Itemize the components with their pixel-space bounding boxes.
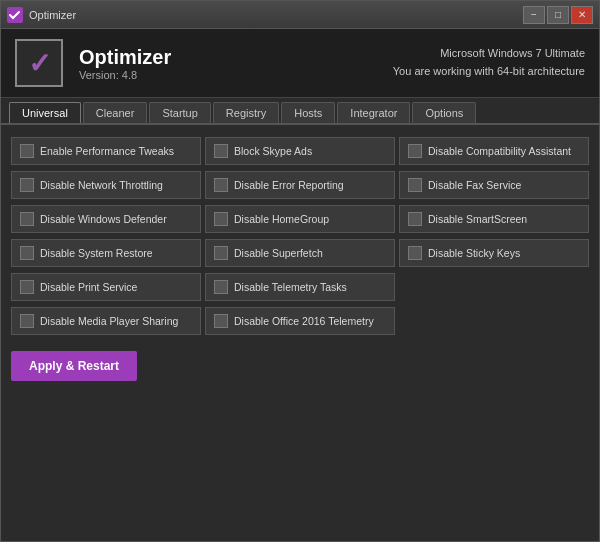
option-disable-sticky[interactable]: Disable Sticky Keys xyxy=(399,239,589,267)
close-button[interactable]: ✕ xyxy=(571,6,593,24)
checkbox-enable-performance[interactable] xyxy=(20,144,34,158)
option-disable-telemetry[interactable]: Disable Telemetry Tasks xyxy=(205,273,395,301)
option-label: Block Skype Ads xyxy=(234,145,312,158)
checkbox-disable-smartscreen[interactable] xyxy=(408,212,422,226)
option-disable-defender[interactable]: Disable Windows Defender xyxy=(11,205,201,233)
checkbox-block-skype[interactable] xyxy=(214,144,228,158)
option-block-skype[interactable]: Block Skype Ads xyxy=(205,137,395,165)
option-disable-restore[interactable]: Disable System Restore xyxy=(11,239,201,267)
option-label: Disable Fax Service xyxy=(428,179,521,192)
maximize-button[interactable]: □ xyxy=(547,6,569,24)
empty-cell-5 xyxy=(399,273,589,301)
option-label: Disable Error Reporting xyxy=(234,179,344,192)
title-bar-left: Optimizer xyxy=(7,7,76,23)
tab-hosts[interactable]: Hosts xyxy=(281,102,335,123)
checkbox-disable-office[interactable] xyxy=(214,314,228,328)
main-window: Optimizer − □ ✕ ✓ Optimizer Version: 4.8… xyxy=(0,0,600,542)
checkbox-disable-print[interactable] xyxy=(20,280,34,294)
checkbox-disable-defender[interactable] xyxy=(20,212,34,226)
app-icon xyxy=(7,7,23,23)
app-version: Version: 4.8 xyxy=(79,69,171,81)
checkbox-disable-media[interactable] xyxy=(20,314,34,328)
option-disable-throttle[interactable]: Disable Network Throttling xyxy=(11,171,201,199)
option-disable-compat[interactable]: Disable Compatibility Assistant xyxy=(399,137,589,165)
option-label: Disable System Restore xyxy=(40,247,153,260)
minimize-button[interactable]: − xyxy=(523,6,545,24)
header-meta: Microsoft Windows 7 Ultimate You are wor… xyxy=(393,45,585,80)
option-label: Disable Network Throttling xyxy=(40,179,163,192)
option-label: Disable SmartScreen xyxy=(428,213,527,226)
option-disable-media[interactable]: Disable Media Player Sharing xyxy=(11,307,201,335)
option-disable-error[interactable]: Disable Error Reporting xyxy=(205,171,395,199)
tab-options[interactable]: Options xyxy=(412,102,476,123)
checkbox-disable-telemetry[interactable] xyxy=(214,280,228,294)
title-controls: − □ ✕ xyxy=(523,6,593,24)
main-content: Enable Performance Tweaks Block Skype Ad… xyxy=(1,125,599,541)
app-name: Optimizer xyxy=(79,46,171,69)
checkbox-disable-compat[interactable] xyxy=(408,144,422,158)
app-logo: ✓ xyxy=(15,39,63,87)
option-label: Disable Compatibility Assistant xyxy=(428,145,571,158)
option-disable-print[interactable]: Disable Print Service xyxy=(11,273,201,301)
apply-restart-button[interactable]: Apply & Restart xyxy=(11,351,137,381)
checkbox-disable-fax[interactable] xyxy=(408,178,422,192)
option-label: Disable Sticky Keys xyxy=(428,247,520,260)
tab-cleaner[interactable]: Cleaner xyxy=(83,102,148,123)
option-label: Disable Print Service xyxy=(40,281,137,294)
title-bar: Optimizer − □ ✕ xyxy=(1,1,599,29)
arch-info: You are working with 64-bit architecture xyxy=(393,63,585,81)
options-grid: Enable Performance Tweaks Block Skype Ad… xyxy=(11,137,589,335)
os-info: Microsoft Windows 7 Ultimate xyxy=(393,45,585,63)
app-header: ✓ Optimizer Version: 4.8 Microsoft Windo… xyxy=(1,29,599,98)
tab-bar: Universal Cleaner Startup Registry Hosts… xyxy=(1,98,599,125)
option-label: Enable Performance Tweaks xyxy=(40,145,174,158)
option-disable-office[interactable]: Disable Office 2016 Telemetry xyxy=(205,307,395,335)
option-disable-smartscreen[interactable]: Disable SmartScreen xyxy=(399,205,589,233)
header-info: Optimizer Version: 4.8 xyxy=(79,46,171,81)
tab-integrator[interactable]: Integrator xyxy=(337,102,410,123)
tab-startup[interactable]: Startup xyxy=(149,102,210,123)
checkbox-disable-superfetch[interactable] xyxy=(214,246,228,260)
tab-registry[interactable]: Registry xyxy=(213,102,279,123)
checkbox-disable-homegroup[interactable] xyxy=(214,212,228,226)
option-label: Disable Office 2016 Telemetry xyxy=(234,315,374,328)
option-label: Disable Windows Defender xyxy=(40,213,167,226)
option-label: Disable Superfetch xyxy=(234,247,323,260)
checkmark-icon: ✓ xyxy=(28,47,51,80)
checkbox-disable-sticky[interactable] xyxy=(408,246,422,260)
option-disable-homegroup[interactable]: Disable HomeGroup xyxy=(205,205,395,233)
checkbox-disable-throttle[interactable] xyxy=(20,178,34,192)
checkbox-disable-restore[interactable] xyxy=(20,246,34,260)
option-enable-performance[interactable]: Enable Performance Tweaks xyxy=(11,137,201,165)
option-label: Disable Telemetry Tasks xyxy=(234,281,347,294)
option-label: Disable Media Player Sharing xyxy=(40,315,178,328)
title-text: Optimizer xyxy=(29,9,76,21)
option-label: Disable HomeGroup xyxy=(234,213,329,226)
empty-cell-6 xyxy=(399,307,589,335)
tab-universal[interactable]: Universal xyxy=(9,102,81,123)
option-disable-fax[interactable]: Disable Fax Service xyxy=(399,171,589,199)
option-disable-superfetch[interactable]: Disable Superfetch xyxy=(205,239,395,267)
checkbox-disable-error[interactable] xyxy=(214,178,228,192)
